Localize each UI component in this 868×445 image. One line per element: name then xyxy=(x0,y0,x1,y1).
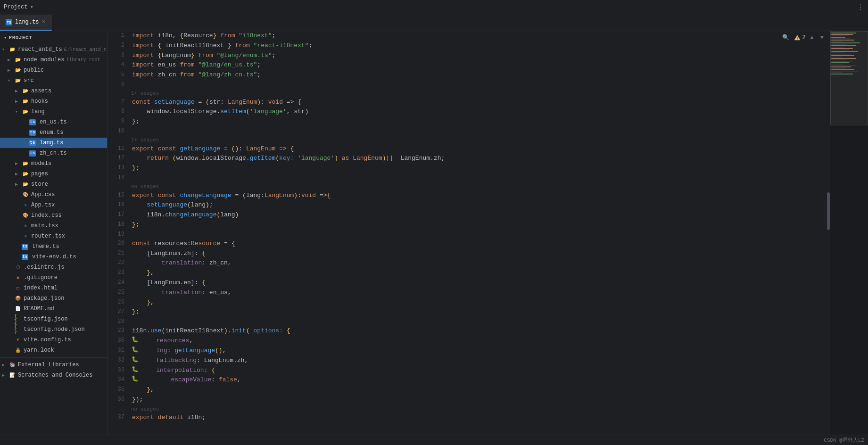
path-label: E:\react_antd_ts xyxy=(64,47,107,52)
editor-toolbar: 🔍 ! 2 ▲ ▼ xyxy=(780,33,826,42)
minimap-content xyxy=(830,31,868,76)
ts-file-icon: ts xyxy=(22,244,28,250)
tab-lang-ts[interactable]: TS lang.ts × xyxy=(0,15,52,31)
code-line-2: 2 import { initReactI18next } from "reac… xyxy=(107,41,827,51)
sidebar-item-app-tsx[interactable]: ⚛ App.tsx xyxy=(0,200,107,210)
code-line-22: 22 translation: zh_cn, xyxy=(107,258,827,268)
sidebar-item-theme-ts[interactable]: ts theme.ts xyxy=(0,241,107,252)
sidebar-item-vite-env-ts[interactable]: ts vite-env.d.ts xyxy=(0,252,107,262)
json-file-icon: { } xyxy=(14,316,22,322)
sidebar-item-scratches[interactable]: ▶ 📝 Scratches and Consoles xyxy=(0,370,107,380)
sidebar-item-enum-ts[interactable]: ts enum.ts xyxy=(0,127,107,138)
code-line-12: 12 return (window.localStorage.getItem(k… xyxy=(107,154,827,164)
ts-file-icon: TS xyxy=(6,19,12,25)
sidebar-item-tsconfig-node-json[interactable]: { } tsconfig.node.json xyxy=(0,324,107,335)
tree-label: Scratches and Consoles xyxy=(18,372,92,379)
code-line-9: 9 }; xyxy=(107,117,827,127)
code-line-1: 1 import i18n, {Resource} from "i18next"… xyxy=(107,31,827,41)
sidebar-item-external-libraries[interactable]: ▶ 📚 External Libraries xyxy=(0,360,107,370)
project-dropdown-icon[interactable]: ▾ xyxy=(30,4,33,10)
library-folder-icon: 📚 xyxy=(8,362,16,368)
scrollbar-thumb[interactable] xyxy=(827,192,830,230)
tree-label: App.css xyxy=(31,191,55,198)
tree-label: vite.config.ts xyxy=(24,337,71,343)
sidebar-item-readme[interactable]: 📄 README.md xyxy=(0,304,107,314)
sidebar-item-gitignore[interactable]: ◆ .gitignore xyxy=(0,272,107,283)
code-line-34: 34 🐛 escapeValue: false, xyxy=(107,375,827,385)
warning-badge[interactable]: ! 2 xyxy=(794,34,805,41)
sidebar-item-root[interactable]: ▾ 📁 react_antd_ts E:\react_antd_ts xyxy=(0,44,107,55)
sidebar-item-src[interactable]: ▾ 📂 src xyxy=(0,75,107,86)
lock-file-icon: 🔒 xyxy=(14,347,22,354)
sidebar-item-router-tsx[interactable]: ⚛ router.tsx xyxy=(0,231,107,241)
md-file-icon: 📄 xyxy=(14,305,22,312)
sidebar-item-zh-cn-ts[interactable]: ts zh_cn.ts xyxy=(0,148,107,158)
eslint-file-icon: ⬡ xyxy=(14,264,22,271)
warning-count: 2 xyxy=(802,34,805,41)
tree-label: hooks xyxy=(31,98,48,105)
ts-file-icon: ts xyxy=(29,140,36,146)
sidebar-item-assets[interactable]: ▶ 📂 assets xyxy=(0,86,107,96)
folder-icon: 📂 xyxy=(22,160,29,167)
sidebar-item-hooks[interactable]: ▶ 📂 hooks xyxy=(0,96,107,107)
tree-label: enum.ts xyxy=(40,129,63,136)
sidebar-item-node-modules[interactable]: ▶ 📂 node_modules library root xyxy=(0,55,107,65)
folder-icon: 📂 xyxy=(14,67,22,74)
code-line-36: 36 }); xyxy=(107,395,827,405)
sidebar-item-lang[interactable]: ▾ 📂 lang xyxy=(0,107,107,117)
expand-icon: ▶ xyxy=(8,57,14,63)
tree-label: lang xyxy=(31,108,45,115)
sidebar-item-lang-ts[interactable]: ts lang.ts xyxy=(0,138,107,148)
tab-close-button[interactable]: × xyxy=(41,19,45,25)
sidebar-item-index-html[interactable]: ◻ index.html xyxy=(0,283,107,293)
folder-icon: 📂 xyxy=(22,108,29,115)
code-editor[interactable]: 1 import i18n, {Resource} from "i18next"… xyxy=(107,31,827,435)
tsx-file-icon: ⚛ xyxy=(22,202,29,208)
tree-label: External Libraries xyxy=(18,362,79,368)
tree-label: App.tsx xyxy=(31,202,55,208)
sidebar-item-package-json[interactable]: 📦 package.json xyxy=(0,293,107,304)
sidebar-item-pages[interactable]: ▶ 📂 pages xyxy=(0,169,107,179)
usage-hint-1: 1+ usages xyxy=(107,89,827,97)
folder-icon: 📂 xyxy=(22,98,29,105)
expand-icon: ▶ xyxy=(15,99,22,104)
scroll-up-button[interactable]: ▲ xyxy=(809,33,816,42)
minimap xyxy=(830,31,868,435)
more-icon[interactable]: ⋮ xyxy=(857,2,864,12)
sidebar-item-models[interactable]: ▶ 📂 models xyxy=(0,158,107,169)
sidebar-item-eslintrc[interactable]: ⬡ .eslintrc.js xyxy=(0,262,107,272)
expand-icon: ▶ xyxy=(8,67,14,73)
debug-icon-34: 🐛 xyxy=(130,375,140,382)
tsx-file-icon: ⚛ xyxy=(22,222,29,229)
sidebar-item-tsconfig-json[interactable]: { } tsconfig.json xyxy=(0,314,107,324)
inspect-button[interactable]: 🔍 xyxy=(780,33,791,42)
sidebar-collapse-icon[interactable]: ▾ xyxy=(4,35,7,41)
sidebar-item-store[interactable]: ▶ 📂 store xyxy=(0,179,107,190)
sidebar-item-vite-config[interactable]: ⚡ vite.config.ts xyxy=(0,335,107,345)
sidebar-item-index-css[interactable]: 🎨 index.css xyxy=(0,210,107,221)
sidebar-item-public[interactable]: ▶ 📂 public xyxy=(0,65,107,75)
css-file-icon: 🎨 xyxy=(22,191,29,198)
code-line-6: 6 xyxy=(107,80,827,89)
git-file-icon: ◆ xyxy=(14,274,22,281)
sidebar-item-app-css[interactable]: 🎨 App.css xyxy=(0,190,107,200)
main-layout: ▾ Project ▾ 📁 react_antd_ts E:\react_ant… xyxy=(0,31,868,435)
folder-icon: 📂 xyxy=(22,88,29,94)
tree-label: router.tsx xyxy=(31,233,65,239)
editor-scrollbar[interactable] xyxy=(827,31,830,435)
ts-file-icon: ts xyxy=(29,130,36,136)
folder-icon: 📂 xyxy=(22,181,29,188)
code-line-19: 19 xyxy=(107,230,827,239)
tree-label: package.json xyxy=(24,295,64,302)
sidebar-item-en-us-ts[interactable]: ts en_us.ts xyxy=(0,117,107,127)
code-line-32: 32 🐛 fallbackLng: LangEnum.zh, xyxy=(107,356,827,366)
scroll-down-button[interactable]: ▼ xyxy=(818,33,826,42)
project-label[interactable]: Project xyxy=(4,4,27,10)
sidebar-item-yarn-lock[interactable]: 🔒 yarn.lock xyxy=(0,345,107,355)
code-line-18: 18 }; xyxy=(107,220,827,230)
code-line-4: 4 import en_us from "@lang/en_us.ts"; xyxy=(107,60,827,70)
code-line-30: 30 🐛 resources, xyxy=(107,336,827,346)
tree-label: src xyxy=(24,77,34,84)
code-line-8: 8 window.localStorage.setItem('language'… xyxy=(107,107,827,117)
sidebar-item-main-tsx[interactable]: ⚛ main.tsx xyxy=(0,221,107,231)
